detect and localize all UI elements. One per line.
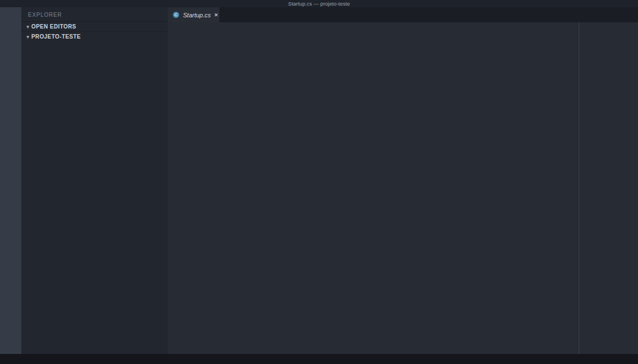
explorer-sidebar: EXPLORER ▾ OPEN EDITORS ▾ PROJETO-TESTE bbox=[21, 7, 168, 354]
close-tab-icon[interactable]: ✕ bbox=[214, 12, 219, 18]
project-section-header[interactable]: ▾ PROJETO-TESTE bbox=[21, 31, 168, 41]
window-title: Startup.cs — projeto-teste bbox=[0, 1, 638, 7]
vscode-window: Startup.cs — projeto-teste EXPLORER ▾ OP… bbox=[0, 0, 638, 364]
activity-bar bbox=[0, 7, 21, 354]
tab-bar: C Startup.cs ✕ bbox=[168, 7, 638, 22]
code-area bbox=[168, 22, 579, 354]
sidebar-title: EXPLORER bbox=[21, 7, 168, 21]
status-bar bbox=[0, 354, 638, 364]
open-editors-header[interactable]: ▾ OPEN EDITORS bbox=[21, 21, 168, 31]
csharp-file-icon: C bbox=[172, 12, 180, 18]
sidebar-empty-space bbox=[21, 41, 168, 354]
chevron-down-icon: ▾ bbox=[25, 24, 31, 30]
chevron-down-icon: ▾ bbox=[25, 34, 31, 40]
title-bar: Startup.cs — projeto-teste bbox=[0, 0, 638, 7]
code-editor[interactable] bbox=[168, 22, 638, 354]
minimap[interactable] bbox=[579, 22, 638, 354]
editor-group: C Startup.cs ✕ bbox=[168, 7, 638, 354]
tab-startup-cs[interactable]: C Startup.cs ✕ bbox=[168, 7, 219, 22]
